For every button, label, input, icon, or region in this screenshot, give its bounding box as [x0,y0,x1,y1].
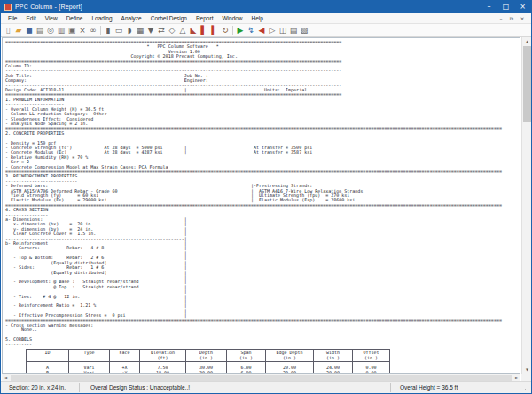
rebar-icon[interactable]: ▦ [135,25,145,36]
maximize-button[interactable]: □ [497,1,514,13]
corbels-col-id: ID [27,350,69,362]
annotate-icon[interactable]: ◣ [188,25,199,36]
app-window: PPC Column - [Report] – □ × FileEditView… [0,0,532,394]
results-icon[interactable]: ▌ [199,25,209,36]
toolbar-separator [232,26,233,35]
window-title: PPC Column - [Report] [15,1,82,13]
menu-corbel-design[interactable]: Corbel Design [146,13,192,24]
link-icon[interactable]: ∞ [88,25,98,36]
corbels-table-body: AVari+X7.5030.006.0020.0024.000.00BVari+… [27,362,390,374]
node-icon[interactable]: ◇ [167,25,177,36]
flag-icon[interactable]: ▷ [267,25,278,36]
minimize-button[interactable]: – [481,1,497,13]
scroll-down-icon[interactable]: ▼ [522,366,531,374]
mdi-minimize-button[interactable]: – [496,13,506,23]
scrollbar-corner [521,374,531,381]
resize-grip[interactable] [524,385,528,390]
print-preview-icon[interactable]: ◎ [45,25,56,36]
menu-analyze[interactable]: Analyze [117,13,146,24]
menu-help[interactable]: Help [247,13,268,24]
delta-icon[interactable]: △ [177,25,188,36]
cut-icon[interactable]: × [77,25,88,36]
toolbar: ▯▰◼▤◎▥▣×∞▮▭◗▦▼⇄◇△◣▌▍↻▶↯◀▷◫▤▧ [1,24,531,37]
corbel-icon[interactable]: ◗ [124,25,135,36]
mdi-controls: –⧉× [496,13,531,23]
report-text: ========================================… [3,38,520,347]
menu-report[interactable]: Report [192,13,218,24]
report-page: ========================================… [2,37,520,374]
corbels-table: ID Type Face Elevation(ft)Depth(in.)Span… [26,349,390,374]
corbels-col-face: Face [110,350,140,362]
menu-bar: FileEditViewDefineLoadingAnalyzeCorbel D… [1,13,531,24]
corbels-col-offset: Offset(in.) [353,350,390,362]
interaction-chart-icon[interactable]: ◫ [278,25,288,36]
thermometer-icon[interactable]: ▍ [209,25,220,36]
corbels-col-elevation: Elevation(ft) [140,350,186,362]
vertical-scroll-thumb[interactable] [523,46,531,122]
menu-file[interactable]: File [4,13,21,24]
status-bar: Section: 20 in. x 24 in. Overal Design S… [1,381,531,393]
menu-loading[interactable]: Loading [87,13,116,24]
arrow-red-icon[interactable]: ◀ [256,25,267,36]
rotate-icon[interactable]: ↻ [220,25,231,36]
title-bar: PPC Column - [Report] – □ × [1,1,531,13]
status-overall-height: Overal Height = 36.5 ft [391,384,524,390]
run-analysis-icon[interactable]: ▶ [235,25,246,36]
column-icon[interactable]: ▮ [103,25,113,36]
corbels-col-type: Type [69,350,110,362]
window-controls: – □ × [481,1,531,13]
bolt-blue-icon[interactable]: ↯ [246,25,256,36]
scroll-left-icon[interactable]: ◄ [2,374,10,381]
cross-section-icon[interactable]: ▭ [113,25,124,36]
print-icon[interactable]: ▤ [35,25,45,36]
corbels-table-header: ID Type Face Elevation(ft)Depth(in.)Span… [27,350,390,362]
open-folder-icon[interactable]: ▰ [13,25,24,36]
menu-view[interactable]: View [41,13,62,24]
menu-window[interactable]: Window [217,13,246,24]
horizontal-scrollbar[interactable]: ◄ ► [2,374,520,381]
corbels-col-depth: Depth(in.) [186,350,227,362]
corbels-col-span: Span(in.) [227,350,266,362]
notes-icon[interactable]: ▤ [288,25,299,36]
vertical-scrollbar[interactable]: ▲ ▼ [521,37,531,374]
status-section: Section: 20 in. x 24 in. [1,384,79,390]
corbels-col-width: width(in.) [314,350,353,362]
report-book-icon[interactable]: ▧ [299,25,309,36]
app-icon [4,4,12,11]
refresh-icon[interactable]: ⇄ [156,25,167,36]
report-region: ========================================… [1,37,531,381]
scroll-right-icon[interactable]: ► [512,374,520,381]
mdi-close-button[interactable]: × [517,13,528,23]
copy-icon[interactable]: ▣ [66,25,77,36]
loading-icon[interactable]: ▼ [145,25,156,36]
page-setup-icon[interactable]: ▥ [56,25,66,36]
horizontal-scroll-thumb[interactable] [11,375,512,381]
corbels-col-edge-depth: Edge Depth(in.) [266,350,314,362]
menu-define[interactable]: Define [62,13,88,24]
mdi-restore-button[interactable]: ⧉ [506,13,517,23]
scroll-up-icon[interactable]: ▲ [522,37,531,45]
new-file-icon[interactable]: ▯ [3,25,13,36]
status-design-status: Overal Design Status : Unacceptable..! [80,384,390,390]
menu-edit[interactable]: Edit [21,13,40,24]
close-button[interactable]: × [514,1,531,13]
toolbar-separator [100,26,101,35]
save-icon[interactable]: ◼ [24,25,35,36]
